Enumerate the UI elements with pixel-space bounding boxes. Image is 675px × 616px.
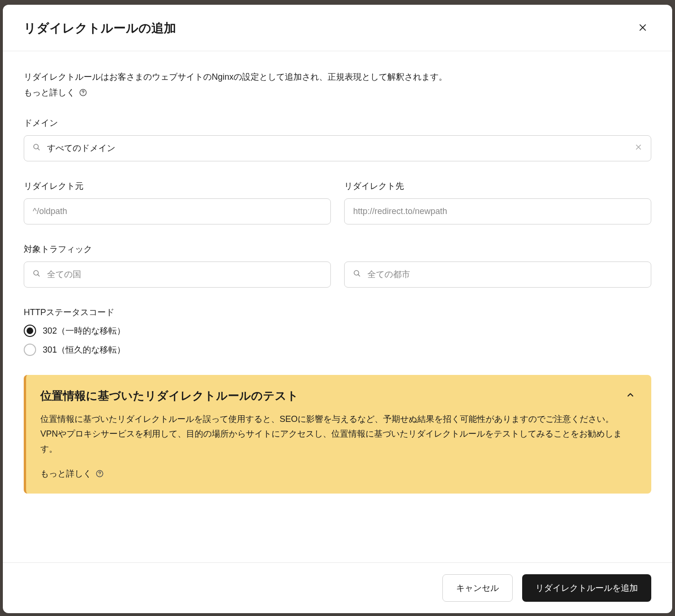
close-icon <box>638 23 647 34</box>
modal-description: リダイレクトルールはお客さまのウェブサイトのNginxの設定として追加され、正規… <box>24 70 651 84</box>
redirect-to-input[interactable] <box>344 198 651 224</box>
submit-button[interactable]: リダイレクトルールを追加 <box>522 574 651 602</box>
redirect-paths-section: リダイレクト元 リダイレクト先 <box>24 180 651 224</box>
chevron-up-icon[interactable] <box>624 388 637 403</box>
domain-input-wrapper <box>24 135 651 161</box>
redirect-from-group: リダイレクト元 <box>24 180 331 224</box>
http-status-section: HTTPステータスコード 302（一時的な移転） 301（恒久的な移転） <box>24 307 651 356</box>
city-input[interactable] <box>344 261 651 288</box>
radio-302[interactable]: 302（一時的な移転） <box>24 325 651 337</box>
modal-header: リダイレクトルールの追加 <box>3 5 672 51</box>
svg-point-13 <box>99 475 100 476</box>
alert-learn-more-label: もっと詳しく <box>40 468 92 479</box>
target-traffic-section: 対象トラフィック <box>24 243 651 288</box>
radio-checked-icon <box>24 325 36 337</box>
alert-header: 位置情報に基づいたリダイレクトルールのテスト <box>40 388 637 403</box>
radio-unchecked-icon <box>24 344 36 356</box>
alert-body-line1: 位置情報に基づいたリダイレクトルールを誤って使用すると、SEOに影響を与えるなど… <box>40 412 637 427</box>
http-status-label: HTTPステータスコード <box>24 307 651 318</box>
alert-body-line2: VPNやプロキシサービスを利用して、目的の場所からサイトにアクセスし、位置情報に… <box>40 427 637 457</box>
country-input[interactable] <box>24 261 331 288</box>
modal-footer: キャンセル リダイレクトルールを追加 <box>3 562 672 613</box>
add-redirect-rule-modal: リダイレクトルールの追加 リダイレクトルールはお客さまのウェブサイトのNginx… <box>3 5 672 613</box>
close-button[interactable] <box>634 19 651 37</box>
learn-more-label: もっと詳しく <box>24 87 75 98</box>
help-icon <box>95 469 104 478</box>
radio-302-label: 302（一時的な移転） <box>43 325 125 336</box>
modal-title: リダイレクトルールの追加 <box>24 20 176 37</box>
alert-body: 位置情報に基づいたリダイレクトルールを誤って使用すると、SEOに影響を与えるなど… <box>40 412 637 457</box>
learn-more-link[interactable]: もっと詳しく <box>24 87 87 98</box>
alert-learn-more-link[interactable]: もっと詳しく <box>40 468 104 479</box>
redirect-to-label: リダイレクト先 <box>344 180 651 192</box>
svg-point-3 <box>83 94 83 94</box>
clear-icon[interactable] <box>634 143 643 153</box>
target-traffic-label: 対象トラフィック <box>24 243 651 255</box>
redirect-to-group: リダイレクト先 <box>344 180 651 224</box>
http-status-radio-group: 302（一時的な移転） 301（恒久的な移転） <box>24 325 651 356</box>
domain-section: ドメイン <box>24 117 651 161</box>
help-icon <box>79 88 87 97</box>
radio-301-label: 301（恒久的な移転） <box>43 344 125 355</box>
redirect-from-label: リダイレクト元 <box>24 180 331 192</box>
country-input-wrapper <box>24 261 331 288</box>
city-input-wrapper <box>344 261 651 288</box>
domain-label: ドメイン <box>24 117 651 129</box>
modal-body: リダイレクトルールはお客さまのウェブサイトのNginxの設定として追加され、正規… <box>3 51 672 562</box>
domain-input[interactable] <box>24 135 651 161</box>
radio-301[interactable]: 301（恒久的な移転） <box>24 344 651 356</box>
geolocation-alert: 位置情報に基づいたリダイレクトルールのテスト 位置情報に基づいたリダイレクトルー… <box>24 375 651 494</box>
alert-title: 位置情報に基づいたリダイレクトルールのテスト <box>40 388 299 403</box>
cancel-button[interactable]: キャンセル <box>442 574 513 602</box>
redirect-from-input[interactable] <box>24 198 331 224</box>
